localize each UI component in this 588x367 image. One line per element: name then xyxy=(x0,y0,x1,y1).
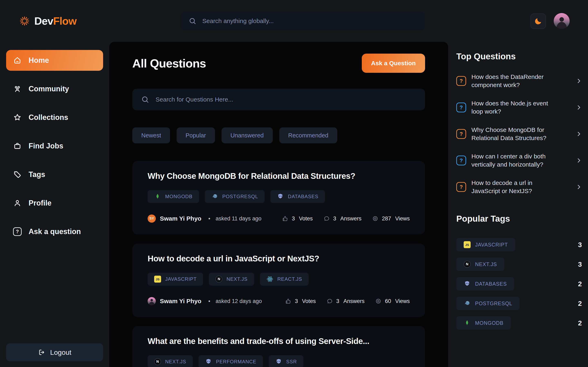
tag-label: DATABASES xyxy=(288,194,318,200)
question-mark-icon: ? xyxy=(456,76,466,86)
sidebar-item-profile[interactable]: Profile xyxy=(6,193,103,213)
sunburst-logo-icon xyxy=(19,15,30,27)
popular-tag-row: JS JAVASCRIPT 3 xyxy=(456,238,582,251)
question-card[interactable]: Why Choose MongoDB for Relational Data S… xyxy=(132,161,425,234)
top-question-item[interactable]: ? How does the DataRender component work… xyxy=(456,73,582,89)
theme-toggle-button[interactable] xyxy=(530,13,546,29)
brand-logo[interactable]: DevFlow xyxy=(19,0,77,42)
mongodb-icon xyxy=(154,193,161,200)
top-question-text: How does the Node.js event loop work? xyxy=(471,99,552,116)
tag-label: POSTGRESQL xyxy=(222,194,258,200)
chevron-right-icon xyxy=(576,184,582,190)
question-stats: 3 Votes 3 Answers xyxy=(285,298,410,304)
votes-stat: 3 Votes xyxy=(282,215,313,222)
sidebar-item-home[interactable]: Home xyxy=(6,50,103,71)
answers-stat: 3 Answers xyxy=(323,215,362,222)
tag-count: 3 xyxy=(578,241,582,249)
tag-count: 2 xyxy=(578,280,582,288)
tag-label: DATABASES xyxy=(475,281,507,287)
sidebar-item-collections[interactable]: Collections xyxy=(6,107,103,128)
left-sidebar: Home Community Collections Find Jobs xyxy=(0,42,109,367)
top-question-item[interactable]: ? Why Choose MongoDB for Relational Data… xyxy=(456,126,582,142)
shield-code-icon xyxy=(275,358,282,365)
popular-tag-row: N NEXT.JS 3 xyxy=(456,258,582,271)
top-question-text: How can I center a div both vertically a… xyxy=(471,152,552,169)
ask-question-button[interactable]: Ask a Question xyxy=(362,54,425,73)
main-content: All Questions Ask a Question Newest Popu… xyxy=(109,42,448,367)
sidebar-item-tags[interactable]: Tags xyxy=(6,164,103,185)
user-avatar[interactable] xyxy=(554,13,570,29)
tag-nextjs[interactable]: N NEXT.JS xyxy=(148,355,193,367)
tag-label: MONGODB xyxy=(475,320,503,326)
tag-nextjs[interactable]: N NEXT.JS xyxy=(456,258,504,271)
question-card[interactable]: What are the benefits and trade-offs of … xyxy=(132,326,425,367)
tag-label: NEXT.JS xyxy=(475,261,497,267)
page-title: All Questions xyxy=(132,57,206,70)
tag-nextjs[interactable]: N NEXT.JS xyxy=(209,273,254,286)
tag-label: NEXT.JS xyxy=(165,359,186,365)
sidebar-item-find-jobs[interactable]: Find Jobs xyxy=(6,136,103,156)
views-stat: 60 Views xyxy=(375,298,410,304)
top-question-item[interactable]: ? How can I center a div both vertically… xyxy=(456,152,582,169)
shield-code-icon xyxy=(464,280,471,287)
question-mark-icon: ? xyxy=(456,103,466,112)
votes-stat: 3 Votes xyxy=(285,298,316,304)
filter-popular[interactable]: Popular xyxy=(177,127,215,143)
tag-postgresql[interactable]: POSTGRESQL xyxy=(456,297,520,310)
tag-javascript[interactable]: JS JAVASCRIPT xyxy=(456,238,515,251)
javascript-icon: JS xyxy=(154,276,161,283)
popular-tags-list: JS JAVASCRIPT 3 N NEXT.JS 3 xyxy=(456,238,582,330)
tag-mongodb[interactable]: MONGODB xyxy=(148,190,199,203)
chevron-right-icon xyxy=(576,104,582,110)
thumbs-up-icon xyxy=(282,215,288,222)
question-search-input[interactable] xyxy=(156,96,416,103)
chevron-right-icon xyxy=(576,78,582,84)
filter-unanswered[interactable]: Unanswered xyxy=(222,127,273,143)
dot-separator: • xyxy=(208,298,210,304)
author[interactable]: Swam Yi Phyo • asked 12 days ago xyxy=(148,297,262,305)
top-question-item[interactable]: ? How does the Node.js event loop work? xyxy=(456,99,582,116)
person-icon xyxy=(13,199,22,207)
asked-time: asked 11 days ago xyxy=(216,216,261,222)
popular-tag-row: MONGODB 2 xyxy=(456,316,582,330)
global-search[interactable] xyxy=(181,12,425,30)
community-icon xyxy=(13,85,22,93)
question-stats: 3 Votes 3 Answers xyxy=(282,215,410,222)
filter-newest[interactable]: Newest xyxy=(132,127,170,143)
logout-icon xyxy=(38,349,45,356)
filter-recommended[interactable]: Recommended xyxy=(279,127,337,143)
top-question-item[interactable]: ? How to decode a url in JavaScript or N… xyxy=(456,179,582,195)
sidebar-item-ask-question[interactable]: ? Ask a question xyxy=(6,221,103,242)
tag-postgresql[interactable]: POSTGRESQL xyxy=(205,190,265,203)
question-search[interactable] xyxy=(132,89,425,110)
tag-performance[interactable]: PERFORMANCE xyxy=(199,355,263,367)
mongodb-icon xyxy=(464,319,471,326)
tag-databases[interactable]: DATABASES xyxy=(270,190,325,203)
tag-databases[interactable]: DATABASES xyxy=(456,277,514,291)
logout-button[interactable]: Logout xyxy=(6,343,103,361)
top-header: DevFlow xyxy=(0,0,588,42)
top-questions-list: ? How does the DataRender component work… xyxy=(456,73,582,195)
question-card[interactable]: How to decode a url in JavaScript or Nex… xyxy=(132,243,425,317)
tag-label: JAVASCRIPT xyxy=(475,242,508,248)
dot-separator: • xyxy=(208,216,210,222)
question-title[interactable]: How to decode a url in JavaScript or Nex… xyxy=(148,254,410,263)
sidebar-item-community[interactable]: Community xyxy=(6,78,103,99)
sidebar-item-label: Tags xyxy=(29,170,45,179)
tag-javascript[interactable]: JS JAVASCRIPT xyxy=(148,273,203,286)
answers-stat: 3 Answers xyxy=(327,298,365,304)
question-title[interactable]: Why Choose MongoDB for Relational Data S… xyxy=(148,171,410,181)
logout-label: Logout xyxy=(50,349,71,356)
question-title[interactable]: What are the benefits and trade-offs of … xyxy=(148,337,410,346)
author[interactable]: SY Swam Yi Phyo • asked 11 days ago xyxy=(148,215,261,223)
tag-label: NEXT.JS xyxy=(226,276,247,282)
tag-label: SSR xyxy=(286,359,297,365)
tag-mongodb[interactable]: MONGODB xyxy=(456,316,511,330)
search-icon xyxy=(141,95,149,104)
chevron-right-icon xyxy=(576,131,582,137)
tag-ssr[interactable]: SSR xyxy=(269,355,303,367)
question-mark-icon: ? xyxy=(456,182,466,192)
global-search-input[interactable] xyxy=(202,17,417,25)
tag-reactjs[interactable]: REACT.JS xyxy=(260,273,309,286)
asked-time: asked 12 days ago xyxy=(216,298,262,304)
